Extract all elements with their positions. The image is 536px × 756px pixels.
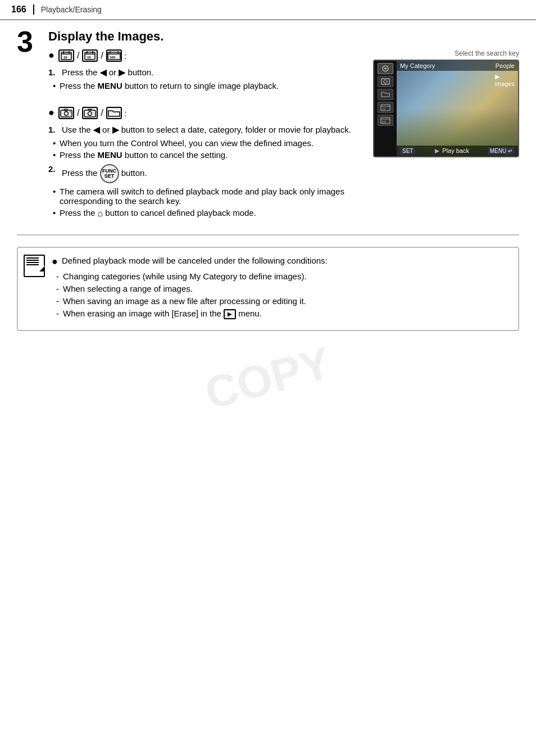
camera-overlay-top: My Category People [397,61,518,71]
note-line-4 [26,264,39,265]
note-dash3-text: When saving an image as a new file after… [63,296,306,306]
home-icon: ⌂ [98,209,103,219]
menu-btn: MENU ↵ [488,147,515,155]
step-content: Display the Images. ● [48,29,519,225]
svg-point-24 [384,80,387,83]
left-arrow-2: ◀ [93,125,100,134]
step2-bullet1-text: The camera will switch to defined playba… [60,187,344,206]
bullet1-text: Press the [60,81,95,90]
note-dash2-text: When selecting a range of images. [63,284,193,293]
svg-point-16 [65,112,69,116]
camera-body: 10 100 My Category [374,61,518,156]
note-dash-2: When selecting a range of images. [52,284,509,293]
camera-screen: 10 100 My Category [373,60,519,157]
menu-bold-1: MENU [98,81,122,90]
playback-menu-icon: ▶ [224,309,236,319]
note-dash1-text: Changing categories (while using My Cate… [63,271,307,281]
svg-text:100: 100 [110,56,116,59]
right-arrow-2: ▶ [112,125,119,134]
play-text: Play back [434,147,469,155]
note-bullet-dot: ● [52,256,60,268]
right-arrow-1: ▶ [119,67,125,77]
section2-step1-text: Use the ◀ or ▶ button to select a date, … [62,125,351,135]
note-dash4-prefix: When erasing an image with [Erase] in th… [63,309,221,318]
slash-3: / [77,108,79,118]
note-dash4-suffix: menu. [238,309,262,318]
step2-num: 2. [48,164,60,174]
category-value: People [496,62,515,69]
section-1: ● 10 [48,49,362,90]
section2-bullet2: Press the MENU button to cancel the sett… [48,150,362,160]
svg-marker-31 [435,149,439,153]
svg-text:100: 100 [381,120,387,124]
menu-bold-2: MENU [98,150,122,160]
step1-number: 1. [48,67,60,77]
main-content: 3 Display the Images. ● [0,20,536,340]
section2-step2-bullet2: Press the ⌂ button to cancel defined pla… [48,208,362,219]
note-lines [26,257,39,265]
left-arrow-1: ◀ [100,67,107,77]
slash-1: / [77,51,79,61]
section2-step2-text: Press the FUNCSET button. [62,164,147,183]
section1-step1: 1. Press the ◀ or ▶ button. [48,67,362,78]
step-number: 3 [17,27,39,56]
images-text: images [495,80,515,87]
camera-sidebar: 10 100 [374,61,397,156]
content-area: ● 10 [48,49,519,225]
section2-icons: / / [58,107,126,119]
note-main-text: Defined playback mode will be canceled u… [62,256,328,265]
section-2: ● [48,107,362,219]
note-line-2 [26,260,39,261]
images-count: ▶ images [495,73,515,87]
or-text-1: or [109,67,116,77]
svg-point-20 [88,112,92,116]
step-3: 3 Display the Images. ● [17,29,519,225]
note-icon [24,255,45,277]
svg-text:10: 10 [382,107,385,111]
section2-icons-row: ● [48,107,362,121]
section2-step1: 1. Use the ◀ or ▶ button to select a dat… [48,125,362,135]
note-dash4-text: When erasing an image with [Erase] in th… [63,309,262,318]
page-header: 166 Playback/Erasing [0,0,536,20]
or-text-2: or [102,125,112,134]
use-the-text: Use the [62,125,91,134]
camera-icon [58,107,74,119]
section2-step2-bullet1: The camera will switch to defined playba… [48,187,362,206]
step2-bullet2-text: Press the ⌂ button to cancel defined pla… [60,208,256,218]
press-the-menu: Press the MENU button to cancel the sett… [60,150,228,160]
camera-main: My Category People ▶ images [397,61,518,156]
bullet-dot-1: ● [48,49,56,62]
cam-icon-5: 100 [378,115,393,126]
press-the-text: Press the [62,67,97,77]
note-dash-3: When saving an image as a new file after… [52,296,509,306]
cam-icon-4: 10 [378,102,393,113]
camera-overlay-bottom: SET Play back MENU ↵ [397,146,518,156]
section2-bullet1-text: When you turn the Control Wheel, you can… [60,138,314,148]
colon-2: : [124,108,126,118]
svg-text:10: 10 [63,56,67,59]
right-column: Select the search key [373,49,519,225]
slash-2: / [101,51,103,61]
note-dash-1: Changing categories (while using My Cate… [52,271,509,281]
camera-photo: My Category People ▶ images [397,61,518,156]
date-icon-2: 10 [82,49,98,62]
page-number: 166 [11,4,34,15]
section-divider [17,234,519,236]
slash-4: / [101,108,103,118]
cam-icon-2 [378,76,393,87]
folder-icon [106,107,122,119]
date-icon-1: 10 [58,49,74,62]
screen-label: Select the search key [373,49,519,57]
category-icon [82,107,98,119]
step1-num-2: 1. [48,125,60,134]
play-label: Play back [442,147,469,154]
button-text-1: button. [128,67,153,77]
left-column: ● 10 [48,49,362,225]
watermark: COPY [200,337,337,420]
colon-1: : [124,51,126,61]
bullet1-suffix: button to return to single image playbac… [125,81,279,90]
note-line-3 [26,262,39,263]
return-icon: ↵ [508,148,512,154]
note-box: ● Defined playback mode will be canceled… [17,247,519,331]
set-btn: SET [400,147,415,155]
